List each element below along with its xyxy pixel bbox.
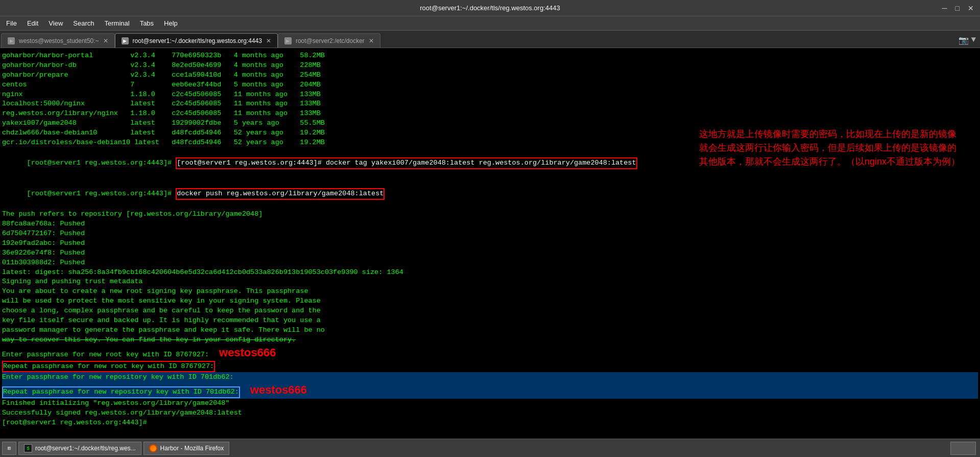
terminal-content[interactable]: goharbor/harbor-portal v2.3.4 770e695032… [0, 48, 980, 439]
signing-1: Signing and pushing trust metadata [2, 277, 978, 287]
menu-tabs[interactable]: Tabs [136, 18, 158, 28]
close-button[interactable]: ✕ [966, 4, 976, 12]
latest-digest: latest: digest: sha256:8a34fb9cb168c4206… [2, 268, 978, 278]
firefox-icon [149, 444, 157, 452]
term-line-5: nginx 1.18.0 c2c45d506085 11 months ago … [2, 90, 978, 100]
menu-edit[interactable]: Edit [23, 18, 42, 28]
menu-terminal[interactable]: Terminal [101, 18, 134, 28]
tab-3-label: root@server2:/etc/docker [296, 37, 365, 44]
enter-root-key: Enter passphrase for new root key with I… [2, 345, 978, 361]
password2-annotation: westos666 [250, 383, 307, 396]
window-controls[interactable]: ─ □ ✕ [940, 4, 976, 12]
signing-5: key file itself secure and backed up. It… [2, 316, 978, 326]
taskbar-right [950, 442, 976, 455]
signing-3: will be used to protect the most sensiti… [2, 296, 978, 306]
finish-1: Finished initializing "reg.westos.org/li… [2, 399, 978, 408]
title-bar: root@server1:~/.docker/tls/reg.westos.or… [0, 0, 980, 16]
signing-4: choose a long, complex passphrase and be… [2, 306, 978, 316]
menu-bar: File Edit View Search Terminal Tabs Help [0, 16, 980, 31]
taskbar-firefox-label: Harbor - Mozilla Firefox [160, 445, 224, 452]
pushed-4: 36e9226e74f8: Pushed [2, 248, 978, 258]
signing-6: password manager to generate the passphr… [2, 326, 978, 335]
repo-key-section: Enter passphrase for new repository key … [2, 372, 978, 399]
taskbar: ⊞ $ root@server1:~/.docker/tls/reg.wes..… [0, 439, 980, 457]
taskbar-terminal[interactable]: $ root@server1:~/.docker/tls/reg.wes... [18, 442, 141, 455]
menu-search[interactable]: Search [69, 18, 98, 28]
minimize-button[interactable]: ─ [940, 4, 949, 12]
desktop-icon: ⊞ [8, 445, 11, 451]
taskbar-clock [950, 442, 976, 455]
term-line-2: goharbor/harbor-db v2.3.4 8e2ed50e4699 4… [2, 61, 978, 71]
push-ref-line: The push refers to repository [reg.westo… [2, 210, 978, 219]
pushed-3: 192e9fad2abc: Pushed [2, 239, 978, 248]
finish-2: Successfully signed reg.westos.org/libra… [2, 408, 978, 418]
repeat-root-key: Repeat passphrase for new root key with … [2, 361, 978, 373]
chinese-annotation: 这地方就是上传镜像时需要的密码，比如现在上传的是新的镜像 就会生成这两行让你输入… [699, 127, 965, 169]
terminal-icon-2: ▶ [122, 37, 129, 44]
signing-7: way to recover this key. You can find th… [2, 335, 978, 345]
repeat-repo-key: Repeat passphrase for new repository key… [2, 382, 978, 398]
taskbar-terminal-icon: $ [24, 444, 32, 452]
window-title: root@server1:~/.docker/tls/reg.westos.or… [420, 4, 560, 12]
finish-3: [root@server1 reg.westos.org:4443]# [2, 418, 978, 428]
pushed-1: 88fca8ae768a: Pushed [2, 219, 978, 229]
screenshot-icon[interactable]: 📷 [959, 35, 969, 45]
tab-2-label: root@server1:~/.docker/tls/reg.westos.or… [133, 37, 262, 44]
tab-1-label: westos@westos_student50:~ [19, 37, 99, 44]
maximize-button[interactable]: □ [953, 4, 962, 12]
menu-view[interactable]: View [44, 18, 67, 28]
tab-1-close[interactable]: ✕ [103, 37, 108, 44]
term-line-1: goharbor/harbor-portal v2.3.4 770e695032… [2, 51, 978, 61]
cmd-push-highlighted: docker push reg.westos.org/library/game2… [176, 188, 385, 200]
term-line-6: localhost:5000/nginx latest c2c45d506085… [2, 99, 978, 109]
term-line-3: goharbor/prepare v2.3.4 cce1a590410d 4 m… [2, 71, 978, 80]
tab-3-close[interactable]: ✕ [369, 37, 374, 44]
dropdown-icon[interactable]: ▼ [971, 35, 976, 45]
taskbar-desktop-btn[interactable]: ⊞ [2, 442, 16, 455]
pushed-2: 6d7504772167: Pushed [2, 229, 978, 239]
annotation-text: 这地方就是上传镜像时需要的密码，比如现在上传的是新的镜像 就会生成这两行让你输入… [699, 127, 965, 169]
cmd-tag-highlighted: [root@server1 reg.westos.org:4443]# dock… [176, 157, 637, 169]
tab-2[interactable]: ▶ root@server1:~/.docker/tls/reg.westos.… [115, 33, 278, 48]
tab-bar-controls[interactable]: 📷 ▼ [959, 35, 976, 45]
terminal-icon-1: ▶ [8, 37, 15, 44]
signing-2: You are about to create a new root signi… [2, 287, 978, 296]
enter-repo-key: Enter passphrase for new repository key … [2, 373, 978, 382]
menu-help[interactable]: Help [160, 18, 182, 28]
pushed-5: 011b303988d2: Pushed [2, 258, 978, 268]
term-line-4: centos 7 eeb6ee3f44bd 5 months ago 204MB [2, 80, 978, 90]
tab-2-close[interactable]: ✕ [266, 37, 271, 44]
terminal-icon-3: ▶ [284, 37, 292, 44]
term-line-7: reg.westos.org/library/nginx 1.18.0 c2c4… [2, 109, 978, 119]
tab-1[interactable]: ▶ westos@westos_student50:~ ✕ [1, 33, 115, 48]
tab-3[interactable]: ▶ root@server2:/etc/docker ✕ [278, 33, 380, 48]
password1-annotation: westos666 [219, 346, 276, 359]
taskbar-terminal-label: root@server1:~/.docker/tls/reg.wes... [35, 445, 136, 452]
taskbar-firefox[interactable]: Harbor - Mozilla Firefox [144, 442, 230, 455]
cmd-push-line: [root@server1 reg.westos.org:4443]# dock… [2, 179, 978, 210]
menu-file[interactable]: File [2, 18, 21, 28]
tab-bar: ▶ westos@westos_student50:~ ✕ ▶ root@ser… [0, 31, 980, 48]
